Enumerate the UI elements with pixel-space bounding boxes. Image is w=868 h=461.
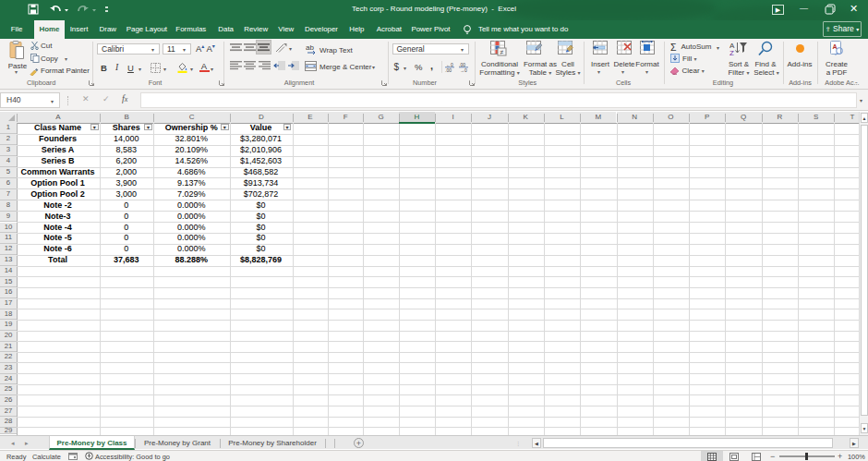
svg-text:.00: .00 bbox=[445, 67, 452, 72]
svg-text:≠: ≠ bbox=[500, 49, 504, 55]
svg-text:Z: Z bbox=[729, 49, 734, 55]
svg-text:→0: →0 bbox=[460, 67, 467, 72]
svg-text:A: A bbox=[833, 43, 838, 50]
svg-text:ab: ab bbox=[306, 43, 314, 52]
